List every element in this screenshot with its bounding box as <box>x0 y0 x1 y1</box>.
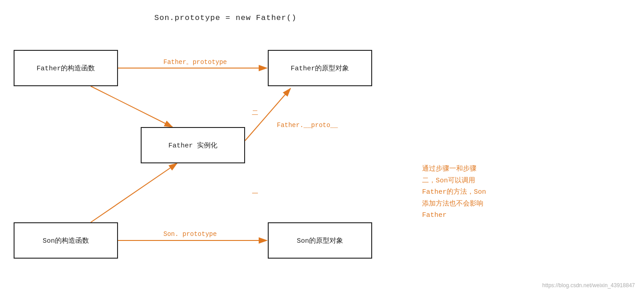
svg-line-4 <box>91 163 177 222</box>
father-instance-box: Father 实例化 <box>141 127 245 163</box>
diagram-container: Son.prototype = new Father() Father的构造函数… <box>0 0 644 294</box>
svg-line-2 <box>91 86 172 127</box>
son-proto-box: Son的原型对象 <box>268 222 372 259</box>
code-title: Son.prototype = new Father() <box>154 14 297 22</box>
son-prototype-label: Son. prototype <box>163 230 217 238</box>
father-prototype-label: Father。prototype <box>163 58 227 66</box>
note-text: 通过步骤一和步骤 二，Son可以调用 Father的方法，Son 添加方法也不会… <box>422 163 486 221</box>
father-proto2-label: Father.__proto__ <box>277 122 338 129</box>
son-constructor-box: Son的构造函数 <box>14 222 118 259</box>
step1-label: 一 <box>252 190 258 198</box>
father-constructor-box: Father的构造函数 <box>14 50 118 86</box>
watermark: https://blog.csdn.net/weixin_43918847 <box>542 282 635 289</box>
father-proto-box: Father的原型对象 <box>268 50 372 86</box>
step2-label: 二 <box>252 109 258 117</box>
